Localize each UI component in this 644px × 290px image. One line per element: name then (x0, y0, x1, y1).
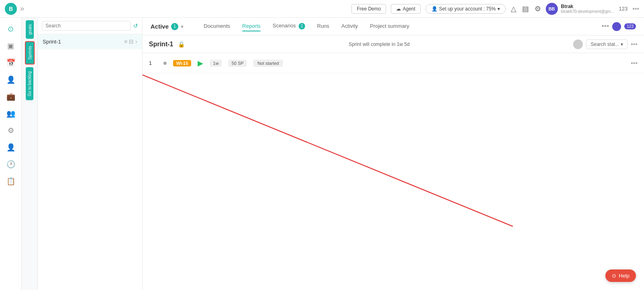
duration-badge: 1w (210, 60, 222, 67)
topbar-icons: △ ▤ ⚙ (511, 4, 541, 13)
team-icon: 👥 (6, 109, 15, 118)
tab-scenarios[interactable]: Scenarios 2 (272, 21, 305, 32)
setup-button[interactable]: 👤 Set up your account : 75% ▾ (425, 4, 506, 14)
sprint-options-button[interactable]: ••• (631, 41, 638, 48)
avatar: BB (546, 3, 558, 15)
user-icon: 👤 (6, 75, 15, 84)
sidebar-item-settings[interactable]: ⚙ (4, 123, 18, 138)
help-icon: ⊙ (612, 273, 616, 279)
settings-icon: ⚙ (8, 126, 14, 135)
tab-documents[interactable]: Documents (204, 21, 230, 31)
list-icon: ≡ (124, 38, 127, 45)
notification-count: 123 (619, 6, 627, 12)
tab-project-summary[interactable]: Project summary (370, 21, 409, 31)
user-name: Btrak (561, 4, 614, 9)
sprint-header-right: Search stat... ▾ ••• (573, 39, 638, 49)
row-dot (163, 62, 167, 65)
document-icon[interactable]: ▤ (522, 4, 529, 13)
backlog-nav-item[interactable]: Go to backlog (26, 67, 33, 100)
sidebar-item-profile[interactable]: 👤 (4, 140, 18, 155)
breadcrumb-active-label: Active (151, 23, 169, 30)
project-nav: goals Sprints Go to backlog (22, 18, 38, 290)
user-setup-icon: 👤 (431, 6, 438, 12)
topbar: B » Free Demo ☁ Agent 👤 Set up your acco… (0, 0, 644, 18)
sidebar-item-calendar[interactable]: 📅 (4, 56, 18, 70)
user-info: Btrak btrak670-development@gm... (561, 4, 614, 14)
chevron-down-icon: ▾ (497, 6, 500, 12)
briefcase-icon: 💼 (6, 92, 15, 101)
sprint-item-icons: ≡ ⊟ › (124, 38, 137, 45)
svg-line-0 (142, 75, 513, 226)
breadcrumb-badge: 1 (171, 23, 178, 30)
topbar-right: Free Demo ☁ Agent 👤 Set up your account … (351, 3, 639, 15)
sidebar-item-briefcase[interactable]: 💼 (4, 89, 18, 104)
time-icon: 🕐 (6, 160, 15, 169)
chart-area (142, 73, 644, 290)
status-badge: Not started (253, 60, 283, 67)
sprint-item-name: Sprint-1 (43, 39, 121, 45)
refresh-button[interactable]: ↺ (133, 23, 138, 29)
logo: B (5, 3, 17, 15)
breadcrumb: Active 1 ▾ (151, 23, 184, 30)
list-item[interactable]: Sprint-1 ≡ ⊟ › (38, 34, 142, 49)
sprint-complete-info: Sprint will complete in 1w 5d (349, 41, 409, 47)
dashboard-icon: ⊙ (8, 25, 14, 33)
gear-icon[interactable]: ⚙ (535, 4, 541, 13)
overflow-icon: ••• (632, 5, 639, 12)
search-input[interactable] (42, 21, 131, 31)
expand-icon[interactable]: » (20, 4, 24, 13)
sidebar-item-time[interactable]: 🕐 (4, 157, 18, 172)
row-more-button[interactable]: ••• (631, 60, 638, 67)
sidebar-item-user[interactable]: 👤 (4, 72, 18, 87)
reports-icon: 📋 (6, 177, 15, 186)
free-demo-button[interactable]: Free Demo (351, 4, 386, 14)
sidebar: ⊙ ▣ 📅 👤 💼 👥 ⚙ 👤 🕐 📋 (0, 18, 22, 290)
burndown-chart (142, 73, 644, 290)
wi-badge[interactable]: WI-15 (173, 60, 191, 66)
chevron-down-icon[interactable]: ▾ (181, 23, 184, 30)
user-avatar-sm (573, 39, 583, 49)
sprints-nav-item[interactable]: Sprints (25, 41, 35, 64)
notification-badge: 123 (624, 23, 636, 29)
lock-icon: 🔒 (178, 41, 185, 48)
tab-right-controls: ••• 123 (601, 22, 636, 31)
main-container: ⊙ ▣ 📅 👤 💼 👥 ⚙ 👤 🕐 📋 goals (0, 18, 644, 290)
topbar-left: B » (5, 3, 24, 15)
user-menu[interactable]: BB Btrak btrak670-development@gm... (546, 3, 614, 15)
content-area: Active 1 ▾ Documents Reports Scenarios 2… (142, 18, 644, 290)
avatar-sm (612, 22, 621, 31)
warning-icon[interactable]: △ (511, 4, 516, 13)
agent-icon: ☁ (396, 6, 401, 12)
calendar-icon: 📅 (6, 58, 15, 67)
help-button[interactable]: ⊙ Help (605, 269, 636, 282)
tab-reports[interactable]: Reports (242, 21, 261, 31)
tab-runs[interactable]: Runs (317, 21, 329, 31)
sprint-title: Sprint-1 (149, 41, 173, 48)
agent-button[interactable]: ☁ Agent (391, 4, 420, 14)
sidebar-item-reports[interactable]: 📋 (4, 174, 18, 188)
user-email: btrak670-development@gm... (561, 9, 614, 14)
sprint-list-header: ↺ (38, 18, 142, 34)
chevron-down-icon: ▾ (621, 41, 623, 47)
chevron-right-icon: › (135, 38, 137, 45)
play-button[interactable]: ▶ (198, 59, 203, 68)
sidebar-item-board[interactable]: ▣ (4, 39, 18, 53)
sidebar-item-team[interactable]: 👥 (4, 106, 18, 121)
tab-bar: Active 1 ▾ Documents Reports Scenarios 2… (142, 18, 644, 35)
profile-icon: 👤 (6, 143, 15, 152)
sidebar-item-dashboard[interactable]: ⊙ (4, 22, 18, 36)
tab-activity[interactable]: Activity (341, 21, 358, 31)
search-stat-button[interactable]: Search stat... ▾ (586, 39, 627, 49)
goals-nav-item[interactable]: goals (26, 20, 34, 39)
board-icon: ▣ (7, 41, 14, 50)
filter-icon: ⊟ (129, 38, 134, 45)
sprint-row-number: 1 (149, 60, 157, 66)
sprint-row: 1 WI-15 ▶ 1w 50 SP Not started ••• (142, 53, 644, 73)
sprint-list-panel: ↺ Sprint-1 ≡ ⊟ › (38, 18, 142, 290)
sprint-header: Sprint-1 🔒 Sprint will complete in 1w 5d… (142, 35, 644, 53)
sp-badge: 50 SP (228, 60, 247, 67)
more-icon[interactable]: ••• (601, 22, 609, 31)
